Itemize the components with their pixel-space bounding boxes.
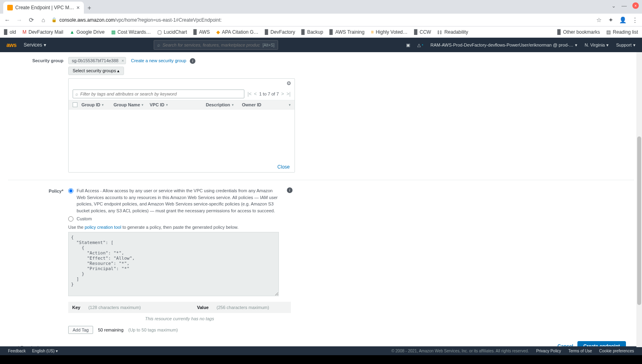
policy-full-access-radio[interactable]: [68, 188, 73, 193]
bookmark-item[interactable]: ▉Backup: [301, 29, 323, 35]
cookie-link[interactable]: Cookie preferences: [599, 349, 634, 353]
aws-footer: Feedback English (US) ▾ © 2008 - 2021, A…: [0, 346, 642, 355]
home-icon[interactable]: ⌂: [39, 16, 47, 23]
bookmark-item[interactable]: ▉AWS Training: [329, 29, 364, 35]
url-text: console.aws.amazon.com/vpc/home?region=u…: [59, 17, 222, 23]
support-menu[interactable]: Support ▾: [616, 43, 636, 48]
star-icon[interactable]: ☆: [595, 16, 603, 24]
col-group-id[interactable]: Group ID▾: [81, 102, 114, 107]
region-menu[interactable]: N. Virginia ▾: [585, 43, 609, 48]
table-header: Group ID▾ Group Name▾ VPC ID▾ Descriptio…: [69, 100, 295, 110]
close-window-icon[interactable]: ×: [632, 2, 639, 9]
minimize-icon[interactable]: —: [622, 3, 627, 9]
security-group-chip[interactable]: sg-0b155367bf714e388 ×: [68, 57, 126, 64]
col-description[interactable]: Description▾: [206, 102, 242, 107]
browser-tab[interactable]: Create Endpoint | VPC M… ×: [3, 2, 84, 14]
col-vpc-id[interactable]: VPC ID▾: [150, 102, 206, 107]
bookmark-item[interactable]: ▉CCW: [414, 29, 431, 35]
bookmark-item[interactable]: ▉AWS: [193, 29, 210, 35]
select-all-checkbox[interactable]: [73, 102, 77, 107]
page-first-icon[interactable]: |<: [248, 91, 252, 97]
forward-icon: →: [15, 16, 23, 23]
copyright: © 2008 - 2021, Amazon Web Services, Inc.…: [391, 349, 529, 353]
reading-list[interactable]: ▤Reading list: [606, 29, 638, 35]
policy-custom-label: Custom: [77, 216, 92, 222]
bookmark-item[interactable]: MDevFactory Mail: [22, 29, 63, 35]
search-icon: ⌕: [75, 92, 78, 96]
other-bookmarks[interactable]: ▉Other bookmarks: [557, 29, 600, 35]
account-menu[interactable]: RAM-AWS-Prod-DevFactory-devflows-PowerUs…: [431, 43, 577, 48]
bookmark-item[interactable]: ≡Highly Voted…: [371, 29, 407, 35]
bookmark-item[interactable]: ▢LucidChart: [157, 29, 187, 35]
info-icon[interactable]: i: [287, 187, 293, 193]
profile-icon[interactable]: 👤: [619, 16, 627, 24]
bookmark-item[interactable]: ▲Google Drive: [70, 29, 105, 35]
pagination: |< < 1 to 7 of 7 > >|: [248, 91, 291, 97]
table-body-empty: [69, 110, 295, 162]
filter-input-wrapper[interactable]: ⌕: [73, 89, 244, 98]
policy-creation-tool-link[interactable]: policy creation tool: [85, 225, 121, 230]
search-box[interactable]: ⌕ [Alt+S]: [154, 40, 278, 50]
page-next-icon[interactable]: >: [281, 91, 284, 97]
scrollbar-track[interactable]: [636, 52, 642, 347]
reload-icon[interactable]: ⟳: [27, 16, 35, 24]
tag-key-hint: (128 characters maximum): [88, 305, 141, 310]
menu-icon[interactable]: ⋮: [631, 16, 639, 24]
policy-hint: Use the policy creation tool to generate…: [68, 225, 365, 230]
terms-link[interactable]: Terms of Use: [568, 349, 592, 353]
tab-title: Create Endpoint | VPC M…: [15, 5, 74, 10]
add-tag-button[interactable]: Add Tag: [68, 326, 93, 334]
scrollbar-thumb[interactable]: [637, 136, 641, 305]
bookmark-item[interactable]: ▉DevFactory: [265, 29, 295, 35]
close-tab-icon[interactable]: ×: [77, 4, 80, 11]
search-shortcut: [Alt+S]: [262, 43, 274, 47]
page-prev-icon[interactable]: <: [254, 91, 257, 97]
list-icon: ▤: [606, 29, 611, 35]
policy-custom-radio[interactable]: [68, 216, 73, 222]
info-icon[interactable]: i: [190, 58, 195, 64]
security-group-label: Security group: [8, 57, 68, 63]
gear-icon[interactable]: ⚙: [286, 80, 291, 86]
search-icon: ⌕: [157, 42, 160, 48]
select-security-groups-dropdown[interactable]: Select security groups ▴: [68, 67, 124, 75]
tag-value-header: Value: [197, 305, 209, 310]
feedback-link[interactable]: Feedback: [8, 349, 26, 353]
sort-icon: ▾: [289, 103, 291, 107]
col-owner-id[interactable]: Owner ID▾: [242, 102, 291, 107]
sort-icon: ▾: [102, 103, 104, 107]
col-group-name[interactable]: Group Name▾: [114, 102, 150, 107]
create-security-group-link[interactable]: Create a new security group: [131, 58, 186, 63]
url-field[interactable]: 🔒 console.aws.amazon.com/vpc/home?region…: [51, 17, 591, 23]
main-content: Security group sg-0b155367bf714e388 × Cr…: [0, 52, 642, 356]
privacy-link[interactable]: Privacy Policy: [536, 349, 561, 353]
letterbox: [0, 355, 642, 364]
policy-full-desc: Full Access - Allow access by any user o…: [77, 187, 281, 214]
bookmark-item[interactable]: ▦Cost Wizards…: [111, 29, 151, 35]
language-menu[interactable]: English (US) ▾: [32, 349, 58, 353]
policy-label: Policy*: [8, 187, 68, 193]
cloudshell-icon[interactable]: ▣: [406, 43, 410, 48]
tags-limit: (Up to 50 tags maximum): [128, 327, 178, 332]
notifications-icon[interactable]: △•: [417, 43, 423, 48]
bookmark-item[interactable]: ◆APA Citation G…: [216, 29, 258, 35]
search-input[interactable]: [163, 43, 260, 47]
page-info: 1 to 7 of 7: [259, 92, 279, 96]
bookmark-item[interactable]: ⫿⫿Readability: [437, 29, 468, 35]
sheets-icon: ▦: [111, 29, 116, 35]
aws-logo[interactable]: aws: [6, 42, 16, 48]
drive-icon: ▲: [70, 29, 75, 35]
chevron-down-icon[interactable]: ⌄: [612, 3, 616, 9]
new-tab-button[interactable]: +: [84, 2, 95, 14]
services-menu[interactable]: Services▾: [24, 42, 46, 48]
back-icon[interactable]: ←: [3, 16, 11, 23]
folder-icon: ▉: [557, 29, 561, 35]
folder-icon: ▉: [301, 29, 305, 35]
page-last-icon[interactable]: >|: [286, 91, 291, 97]
policy-textarea[interactable]: [68, 232, 279, 296]
bookmark-item[interactable]: ▉old: [4, 29, 16, 35]
lock-icon: 🔒: [51, 17, 57, 22]
remove-chip-icon[interactable]: ×: [122, 58, 124, 63]
extensions-icon[interactable]: ✦: [607, 16, 615, 24]
close-panel-link[interactable]: Close: [277, 164, 290, 170]
filter-input[interactable]: [80, 92, 242, 96]
